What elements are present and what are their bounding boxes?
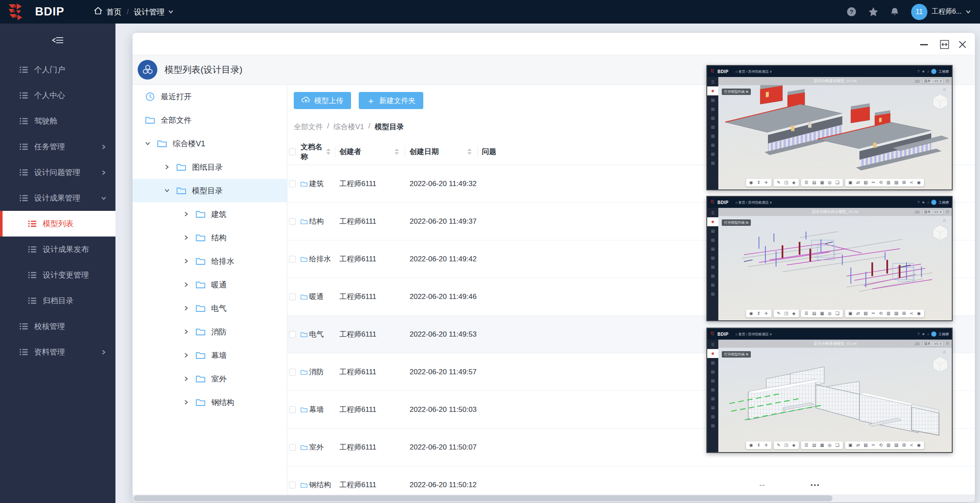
sort-icon[interactable]: [395, 148, 399, 155]
chevron-right-icon[interactable]: [184, 353, 189, 358]
sidebar-item-驾驶舱[interactable]: 驾驶舱: [0, 108, 115, 134]
sidebar-item-设计变更管理[interactable]: 设计变更管理: [0, 262, 115, 288]
nav-home[interactable]: 首页: [94, 6, 122, 17]
tool-icon[interactable]: ⇕: [757, 443, 760, 447]
sidebar-item-设计问题管理[interactable]: 设计问题管理: [0, 160, 115, 185]
column-header-创建日期[interactable]: 创建日期: [405, 139, 478, 165]
bell-icon[interactable]: [890, 7, 899, 17]
chevron-right-icon[interactable]: [184, 282, 189, 287]
tool-icon[interactable]: ◉: [749, 443, 753, 447]
chevron-right-icon[interactable]: [184, 329, 189, 334]
model-upload-button[interactable]: 模型上传: [294, 92, 351, 109]
sidebar-item-归档目录[interactable]: 归档目录: [0, 288, 115, 314]
open-model-list-chip[interactable]: 打开模型列表 ⧉: [722, 89, 751, 95]
viewer-thumbnail-mep[interactable]: BDIP⌂ 首页 / 苏州悦椿酒店 ∨?★♪工程师☰✱▤▤▤▤▤▤▤▤某综合楼给…: [706, 196, 953, 321]
tool-icon[interactable]: ✂: [871, 443, 875, 447]
sidebar-item-资料管理[interactable]: 资料管理: [0, 339, 115, 365]
help-icon[interactable]: ?: [847, 7, 856, 17]
tree-item-消防[interactable]: 消防: [133, 320, 287, 343]
row-checkbox[interactable]: [289, 369, 296, 376]
horizontal-scrollbar[interactable]: [133, 494, 975, 502]
tool-icon[interactable]: ▧: [864, 443, 868, 447]
tool-icon[interactable]: ⟲: [879, 180, 883, 185]
viewer-thumbnail-curtain[interactable]: BDIP⌂ 首页 / 苏州悦椿酒店 ∨?★♪工程师☰✱▤▤▤▤▤▤▤▤某综合楼幕…: [706, 328, 953, 453]
nav-design-management[interactable]: 设计管理: [134, 7, 173, 17]
row-checkbox[interactable]: [289, 218, 296, 225]
version-select[interactable]: 版本：V1 ∨: [922, 209, 944, 215]
tool-icon[interactable]: ✂: [871, 180, 875, 185]
tree-item-室外[interactable]: 室外: [133, 367, 287, 391]
home-icon[interactable]: ⌂: [943, 86, 946, 92]
tool-icon[interactable]: ▨: [894, 311, 898, 316]
tool-icon[interactable]: ✎: [777, 180, 780, 185]
breadcrumb-all-files[interactable]: 全部文件: [294, 122, 323, 132]
tree-item-建筑[interactable]: 建筑: [133, 202, 287, 226]
tool-icon[interactable]: ⟲: [879, 311, 883, 316]
tool-icon[interactable]: ✎: [777, 311, 780, 316]
document-name-cell[interactable]: 给排水: [299, 254, 335, 264]
tool-icon[interactable]: ◉: [917, 180, 921, 185]
version-select[interactable]: 版本：V1 ∨: [922, 78, 944, 84]
tool-icon[interactable]: ❏: [835, 180, 839, 185]
sidebar-item-任务管理[interactable]: 任务管理: [0, 134, 115, 160]
tree-item-暖通[interactable]: 暖通: [133, 273, 287, 296]
document-name-cell[interactable]: 建筑: [299, 179, 335, 189]
tool-icon[interactable]: ☰: [804, 443, 808, 447]
chevron-right-icon[interactable]: [184, 259, 189, 263]
tool-icon[interactable]: ◉: [917, 443, 921, 447]
breadcrumb-project[interactable]: 综合楼V1: [334, 122, 364, 132]
table-row[interactable]: 钢结构工程师61112022-06-20 11:50:12--•••: [287, 466, 975, 494]
tool-icon[interactable]: ≺: [909, 311, 913, 316]
row-checkbox[interactable]: [289, 482, 296, 488]
scrollbar-thumb[interactable]: [133, 495, 832, 501]
tool-icon[interactable]: ▦: [820, 443, 824, 447]
minimize-button[interactable]: [919, 40, 929, 49]
tree-item-幕墙[interactable]: 幕墙: [133, 343, 287, 367]
sidebar-item-个人门户[interactable]: 个人门户: [0, 57, 115, 83]
tool-icon[interactable]: ▤: [812, 311, 816, 316]
tool-icon[interactable]: ▣: [848, 311, 852, 316]
row-checkbox[interactable]: [289, 256, 296, 263]
open-model-list-chip[interactable]: 打开模型列表 ⧉: [722, 219, 751, 226]
tool-icon[interactable]: ◎: [828, 311, 832, 316]
tool-icon[interactable]: ◈: [792, 311, 796, 316]
document-name-cell[interactable]: 结构: [299, 216, 335, 226]
chevron-right-icon[interactable]: [184, 376, 189, 381]
tool-icon[interactable]: ◳: [784, 443, 788, 447]
resize-button[interactable]: [940, 40, 949, 49]
tool-icon[interactable]: ◳: [784, 180, 788, 185]
row-checkbox[interactable]: [289, 444, 296, 451]
sidebar-item-设计成果发布[interactable]: 设计成果发布: [0, 237, 115, 262]
tool-icon[interactable]: ▣: [848, 180, 852, 185]
document-name-cell[interactable]: 消防: [299, 367, 335, 377]
sort-icon[interactable]: [467, 148, 472, 155]
version-select[interactable]: 版本：V1 ∨: [922, 341, 944, 346]
tool-icon[interactable]: ◳: [784, 311, 788, 316]
tool-icon[interactable]: ☰: [804, 180, 808, 185]
tree-item-全部文件[interactable]: 全部文件: [133, 108, 287, 132]
tree-item-钢结构[interactable]: 钢结构: [133, 391, 287, 414]
tool-icon[interactable]: ◈: [792, 180, 796, 185]
row-checkbox[interactable]: [289, 406, 296, 413]
select-all-checkbox[interactable]: [289, 148, 296, 155]
column-header-问题[interactable]: 问题: [478, 139, 556, 165]
chevron-right-icon[interactable]: [184, 306, 189, 311]
document-name-cell[interactable]: 钢结构: [299, 480, 335, 490]
document-name-cell[interactable]: 幕墙: [299, 405, 335, 414]
tool-icon[interactable]: ✛: [765, 180, 768, 185]
tree-item-模型目录[interactable]: 模型目录: [133, 179, 287, 202]
tool-icon[interactable]: ▤: [812, 443, 816, 447]
tool-icon[interactable]: ⊞: [902, 443, 906, 447]
home-icon[interactable]: ⌂: [943, 217, 946, 222]
sort-icon[interactable]: [326, 148, 331, 155]
column-header-创建者[interactable]: 创建者: [335, 139, 405, 165]
tool-icon[interactable]: ≺: [909, 443, 913, 447]
tool-icon[interactable]: ▣: [848, 443, 852, 447]
open-model-list-chip[interactable]: 打开模型列表 ⧉: [722, 351, 751, 358]
sidebar-item-设计成果管理[interactable]: 设计成果管理: [0, 185, 115, 211]
document-name-cell[interactable]: 室外: [299, 442, 335, 452]
sidebar-item-模型列表[interactable]: 模型列表: [0, 211, 115, 237]
row-checkbox[interactable]: [289, 331, 296, 338]
tree-item-结构[interactable]: 结构: [133, 226, 287, 249]
tool-icon[interactable]: ◉: [749, 311, 753, 316]
